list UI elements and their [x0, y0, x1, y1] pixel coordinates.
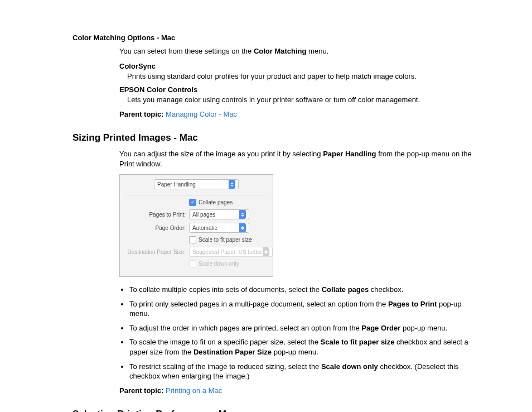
list-item: To print only selected pages in a multi-…	[129, 299, 482, 319]
collate-checkbox[interactable]: ✓	[189, 199, 196, 206]
text: You can adjust the size of the image as …	[119, 150, 323, 158]
definition-term-colorsync: ColorSync	[119, 62, 482, 70]
definition-desc-epson: Lets you manage color using controls in …	[127, 95, 482, 105]
text: checkbox.	[369, 285, 403, 294]
heading-sizing-printed-images: Sizing Printed Images - Mac	[72, 132, 482, 143]
sizing-intro: You can adjust the size of the image as …	[119, 149, 482, 169]
color-matching-intro: You can select from these settings on th…	[119, 46, 482, 56]
heading-selecting-printing-preferences: Selecting Printing Preferences - Mac	[72, 409, 482, 412]
list-item: To collate multiple copies into sets of …	[129, 285, 482, 295]
dialog-top-select[interactable]: Paper Handling	[154, 179, 239, 189]
page-order-label: Page Order:	[120, 225, 189, 231]
text: To restrict scaling of the image to redu…	[129, 362, 321, 371]
bold-text: Collate pages	[322, 285, 369, 294]
text: You can select from these settings on th…	[119, 47, 254, 55]
list-item: To restrict scaling of the image to redu…	[129, 362, 482, 381]
select-arrow-icon	[229, 180, 235, 189]
scale-down-only-checkbox	[189, 260, 196, 267]
dest-paper-size-select: Suggested Paper: US Letter	[189, 247, 273, 257]
bold-text: Paper Handling	[323, 150, 376, 158]
list-item: To scale the image to fit on a specific …	[129, 337, 482, 357]
parent-topic-label: Parent topic:	[119, 110, 163, 118]
document-page: Color Matching Options - Mac You can sel…	[0, 0, 532, 412]
parent-topic-2: Parent topic: Printing on a Mac	[119, 386, 482, 396]
link-managing-color[interactable]: Managing Color - Mac	[166, 110, 237, 118]
dest-paper-size-label: Destination Paper Size:	[120, 249, 189, 255]
sizing-bullet-list: To collate multiple copies into sets of …	[119, 285, 482, 381]
section-title-color-matching: Color Matching Options - Mac	[72, 33, 482, 42]
scale-to-fit-checkbox[interactable]	[189, 236, 196, 243]
parent-topic-1: Parent topic: Managing Color - Mac	[119, 109, 482, 119]
bold-text: Scale to fit paper size	[321, 338, 395, 346]
select-value: Paper Handling	[157, 181, 196, 188]
select-arrow-icon	[263, 247, 269, 256]
select-value: All pages	[192, 212, 215, 218]
pages-to-print-select[interactable]: All pages	[189, 209, 249, 219]
select-arrow-icon	[239, 210, 246, 219]
sizing-body: You can adjust the size of the image as …	[119, 149, 482, 395]
bold-text: Pages to Print	[388, 300, 437, 308]
bold-text: Page Order	[361, 324, 400, 332]
text: To scale the image to fit on a specific …	[129, 338, 321, 346]
bold-text: Destination Paper Size	[194, 348, 272, 356]
collate-label: Collate pages	[199, 199, 233, 205]
select-value: Suggested Paper: US Letter	[192, 249, 262, 255]
select-value: Automatic	[192, 225, 217, 231]
definition-desc-colorsync: Prints using standard color profiles for…	[127, 71, 482, 82]
text: menu.	[307, 47, 329, 55]
page-order-select[interactable]: Automatic	[189, 223, 249, 233]
definition-term-epson: EPSON Color Controls	[119, 85, 482, 94]
color-matching-body: You can select from these settings on th…	[119, 46, 482, 119]
bold-text: Scale down only	[321, 362, 378, 371]
text: To collate multiple copies into sets of …	[129, 285, 322, 294]
text: To adjust the order in which pages are p…	[129, 324, 361, 332]
scale-to-fit-label: Scale to fit paper size	[199, 237, 252, 243]
bold-text: Color Matching	[254, 47, 307, 55]
scale-down-only-label: Scale down only	[199, 261, 239, 267]
parent-topic-label: Parent topic:	[119, 386, 163, 395]
pages-to-print-label: Pages to Print:	[120, 212, 189, 218]
text: To print only selected pages in a multi-…	[129, 300, 388, 308]
select-arrow-icon	[239, 223, 246, 232]
link-printing-on-mac[interactable]: Printing on a Mac	[166, 386, 222, 395]
list-item: To adjust the order in which pages are p…	[129, 323, 482, 333]
text: pop-up menu.	[400, 324, 447, 332]
paper-handling-dialog: Paper Handling ✓ Collate pages Pages to …	[119, 174, 273, 277]
text: pop-up menu.	[272, 348, 318, 356]
